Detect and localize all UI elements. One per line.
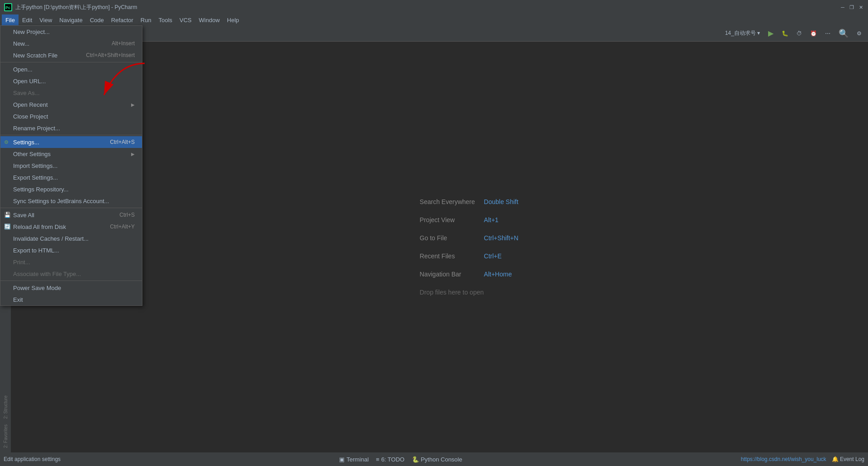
menu-refactor[interactable]: Refactor	[108, 14, 137, 25]
menu-exit[interactable]: Exit	[0, 294, 142, 305]
terminal-icon: ▣	[339, 456, 344, 463]
menu-associate-file-type: Associate with File Type...	[0, 268, 142, 280]
save-all-shortcut: Ctrl+S	[119, 212, 135, 218]
menu-reload-disk[interactable]: 🔄 Reload All from Disk Ctrl+Alt+Y	[0, 221, 142, 233]
close-button[interactable]: ✕	[857, 4, 864, 11]
drop-files-text: Drop files here to open	[420, 289, 484, 296]
shortcut-goto-file: Go to File Ctrl+Shift+N	[420, 234, 518, 242]
coverage-button[interactable]: ⏰	[807, 29, 820, 38]
menu-new[interactable]: New... Alt+Insert	[0, 38, 142, 49]
menu-file[interactable]: File	[2, 14, 19, 25]
shortcut-goto-key: Ctrl+Shift+N	[484, 234, 518, 242]
menu-close-project[interactable]: Close Project	[0, 110, 142, 122]
new-scratch-shortcut: Ctrl+Alt+Shift+Insert	[86, 52, 135, 58]
menu-save-all[interactable]: 💾 Save All Ctrl+S	[0, 209, 142, 221]
settings-label: Settings...	[13, 139, 39, 146]
menu-export-settings[interactable]: Export Settings...	[0, 171, 142, 183]
new-shortcut: Alt+Insert	[112, 40, 135, 47]
menu-settings-repo[interactable]: Settings Repository...	[0, 183, 142, 195]
status-bar: Edit application settings ▣ Terminal ≡ 6…	[0, 452, 868, 466]
run-button[interactable]: ▶	[765, 28, 776, 38]
todo-label: 6: TODO	[381, 456, 405, 463]
exit-label: Exit	[13, 296, 23, 303]
shortcut-recent-files: Recent Files Ctrl+E	[420, 252, 518, 260]
event-log-text: Event Log	[840, 456, 864, 462]
invalidate-caches-label: Invalidate Caches / Restart...	[13, 235, 89, 242]
associate-file-type-label: Associate with File Type...	[13, 271, 81, 277]
rename-project-label: Rename Project...	[13, 125, 60, 132]
window-controls: ─ ❐ ✕	[839, 4, 864, 11]
toolbar-right: 14_自动求号 ▾ ▶ 🐛 ⏱ ⏰ ⋯ 🔍 ⚙	[722, 28, 864, 39]
menu-power-save[interactable]: Power Save Mode	[0, 282, 142, 294]
shortcut-goto-label: Go to File	[420, 234, 478, 242]
shortcut-project-key: Alt+1	[484, 216, 498, 223]
power-save-label: Power Save Mode	[13, 285, 61, 291]
menu-view[interactable]: View	[36, 14, 56, 25]
new-project-label: New Project...	[13, 29, 50, 35]
shortcut-recent-key: Ctrl+E	[484, 252, 501, 260]
menu-navigate[interactable]: Navigate	[56, 14, 86, 25]
shortcut-search-label: Search Everywhere	[420, 198, 478, 205]
menu-tools[interactable]: Tools	[155, 14, 176, 25]
menu-sync-settings[interactable]: Sync Settings to JetBrains Account...	[0, 195, 142, 207]
menu-vcs[interactable]: VCS	[176, 14, 195, 25]
event-log-icon: 🔔	[832, 456, 839, 462]
menu-import-settings[interactable]: Import Settings...	[0, 160, 142, 171]
export-html-label: Export to HTML...	[13, 247, 59, 254]
close-project-label: Close Project	[13, 113, 48, 120]
maximize-button[interactable]: ❐	[848, 4, 855, 11]
profile-button[interactable]: ⏱	[794, 29, 805, 38]
status-left: Edit application settings	[4, 456, 61, 462]
open-recent-label: Open Recent	[13, 101, 48, 108]
shortcut-search-key: Double Shift	[484, 198, 518, 205]
csdn-link[interactable]: https://blog.csdn.net/wish_you_luck	[741, 456, 826, 462]
drop-files-row: Drop files here to open	[420, 289, 518, 296]
terminal-tab[interactable]: ▣ Terminal	[335, 455, 372, 464]
menu-rename-project[interactable]: Rename Project...	[0, 122, 142, 134]
debug-button[interactable]: 🐛	[779, 29, 791, 38]
shortcut-nav-label: Navigation Bar	[420, 271, 478, 278]
status-left-text: Edit application settings	[4, 456, 61, 462]
python-console-tab[interactable]: 🐍 Python Console	[408, 455, 466, 464]
menu-help[interactable]: Help	[223, 14, 243, 25]
todo-icon: ≡	[376, 456, 380, 463]
separator-4	[0, 281, 142, 281]
more-button[interactable]: ⋯	[822, 29, 833, 38]
sidebar-item-favorites[interactable]: 2: Favorites	[2, 422, 9, 451]
shortcut-recent-label: Recent Files	[420, 252, 478, 260]
other-settings-arrow: ▶	[131, 152, 135, 157]
file-menu-dropdown: New Project... New... Alt+Insert New Scr…	[0, 25, 142, 306]
menu-open-url[interactable]: Open URL...	[0, 75, 142, 87]
menu-settings[interactable]: ⚙ Settings... Ctrl+Alt+S	[0, 136, 142, 148]
title-bar: Pc 上手python [D:\python资料\上手python] - PyC…	[0, 0, 868, 14]
menu-open-recent[interactable]: Open Recent ▶	[0, 99, 142, 110]
sidebar-item-structure[interactable]: 2: Structure	[2, 393, 9, 422]
welcome-shortcuts: Search Everywhere Double Shift Project V…	[420, 198, 518, 296]
menu-other-settings[interactable]: Other Settings ▶	[0, 148, 142, 160]
menu-window[interactable]: Window	[195, 14, 223, 25]
menu-new-scratch[interactable]: New Scratch File Ctrl+Alt+Shift+Insert	[0, 49, 142, 61]
search-everywhere-button[interactable]: 🔍	[836, 28, 851, 39]
settings-button[interactable]: ⚙	[854, 29, 864, 38]
minimize-button[interactable]: ─	[839, 4, 846, 11]
export-settings-label: Export Settings...	[13, 174, 58, 181]
menu-code[interactable]: Code	[86, 14, 108, 25]
event-log-label[interactable]: 🔔 Event Log	[832, 456, 864, 462]
separator-1	[0, 62, 142, 62]
menu-export-html[interactable]: Export to HTML...	[0, 244, 142, 256]
python-console-icon: 🐍	[412, 456, 419, 463]
run-config-dropdown[interactable]: 14_自动求号 ▾	[722, 29, 763, 38]
title-bar-left: Pc 上手python [D:\python资料\上手python] - PyC…	[4, 3, 137, 12]
shortcut-project-view: Project View Alt+1	[420, 216, 518, 223]
settings-repo-label: Settings Repository...	[13, 186, 69, 193]
menu-open[interactable]: Open...	[0, 63, 142, 75]
pycharm-icon: Pc	[4, 3, 13, 12]
menu-invalidate-caches[interactable]: Invalidate Caches / Restart...	[0, 233, 142, 244]
menu-new-project[interactable]: New Project...	[0, 26, 142, 38]
menu-run[interactable]: Run	[137, 14, 155, 25]
menu-save-as: Save As...	[0, 87, 142, 99]
todo-tab[interactable]: ≡ 6: TODO	[373, 455, 408, 464]
new-scratch-label: New Scratch File	[13, 52, 57, 59]
settings-shortcut: Ctrl+Alt+S	[110, 139, 135, 145]
menu-edit[interactable]: Edit	[19, 14, 36, 25]
